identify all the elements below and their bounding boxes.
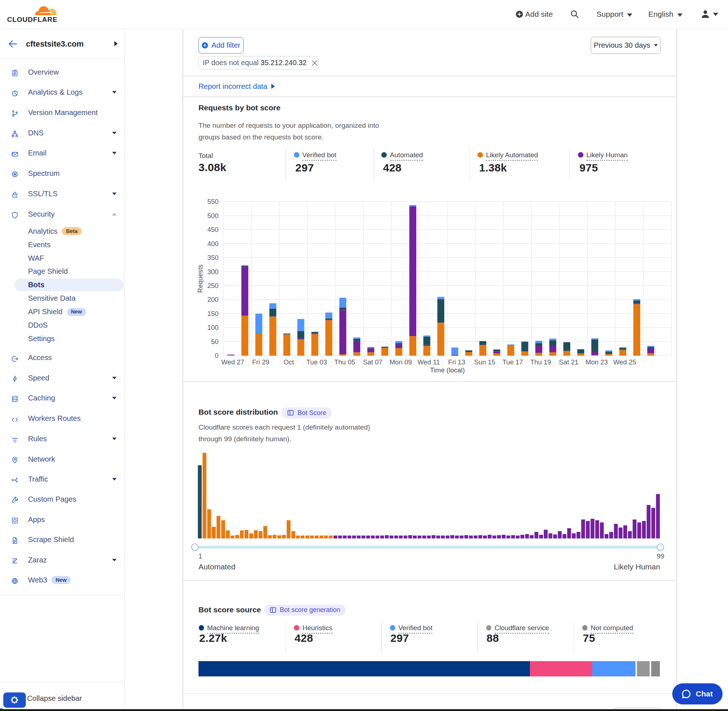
svg-text:200: 200 [208, 296, 219, 303]
svg-text:450: 450 [208, 226, 219, 233]
svg-text:350: 350 [208, 254, 219, 261]
svg-text:Oct: Oct [284, 358, 294, 366]
svg-text:250: 250 [208, 282, 219, 289]
svg-text:Fri 13: Fri 13 [448, 358, 465, 366]
svg-text:Wed 25: Wed 25 [613, 358, 636, 366]
svg-text:0: 0 [215, 352, 219, 359]
svg-text:100: 100 [208, 324, 219, 331]
svg-text:50: 50 [211, 338, 219, 345]
svg-text:Sun 15: Sun 15 [474, 358, 495, 366]
svg-text:Thu 05: Thu 05 [334, 358, 355, 366]
svg-text:Mon 23: Mon 23 [586, 358, 608, 366]
svg-text:Wed 11: Wed 11 [418, 358, 440, 366]
svg-text:Tue 03: Tue 03 [307, 358, 328, 366]
svg-text:Requests: Requests [196, 264, 204, 293]
svg-text:550: 550 [208, 198, 219, 205]
svg-text:150: 150 [208, 310, 219, 317]
svg-text:Mon 09: Mon 09 [390, 358, 412, 366]
svg-text:Wed 27: Wed 27 [222, 358, 244, 366]
svg-text:400: 400 [208, 240, 219, 248]
svg-text:500: 500 [208, 212, 219, 220]
svg-text:Thu 19: Thu 19 [530, 358, 551, 366]
svg-text:Sat 21: Sat 21 [559, 358, 578, 366]
svg-text:Fri 29: Fri 29 [253, 358, 269, 366]
svg-text:300: 300 [208, 268, 219, 276]
svg-text:Tue 17: Tue 17 [502, 358, 523, 366]
svg-text:Time (local): Time (local) [430, 366, 465, 374]
svg-text:Sat 07: Sat 07 [363, 358, 382, 366]
